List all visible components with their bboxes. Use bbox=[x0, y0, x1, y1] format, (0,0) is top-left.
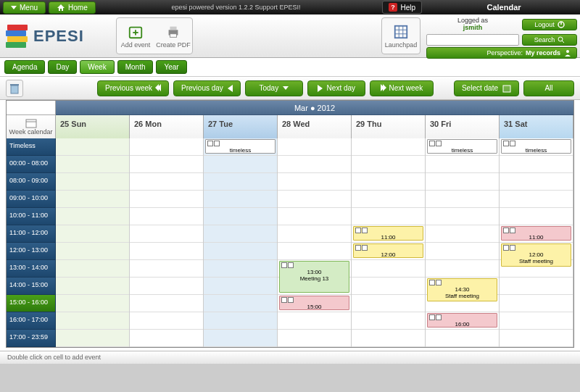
help-button[interactable]: ? Help bbox=[382, 1, 422, 14]
cal-cell[interactable] bbox=[500, 191, 573, 208]
event-read-report[interactable]: timeless Read report bbox=[205, 139, 276, 154]
cal-cell[interactable] bbox=[204, 312, 277, 330]
tab-month[interactable]: Month bbox=[117, 60, 154, 74]
cal-cell[interactable] bbox=[278, 173, 351, 191]
cal-cell[interactable] bbox=[56, 225, 129, 243]
cal-cell[interactable] bbox=[426, 225, 499, 243]
cal-cell[interactable] bbox=[278, 243, 351, 260]
day-header-sun[interactable]: 25 Sun bbox=[56, 115, 130, 138]
event-meeting-13[interactable]: 13:00 Meeting 13 bbox=[279, 261, 349, 293]
cal-cell[interactable] bbox=[204, 330, 277, 347]
cal-cell[interactable] bbox=[204, 278, 277, 295]
cal-cell[interactable] bbox=[352, 208, 425, 225]
cal-cell[interactable] bbox=[204, 156, 277, 173]
cal-cell[interactable] bbox=[56, 243, 129, 260]
cal-cell[interactable] bbox=[500, 295, 573, 312]
cal-cell[interactable] bbox=[500, 312, 573, 330]
cal-cell[interactable] bbox=[278, 156, 351, 173]
cal-cell[interactable] bbox=[130, 225, 203, 243]
cal-cell[interactable] bbox=[426, 208, 499, 225]
cal-cell[interactable] bbox=[426, 156, 499, 173]
select-date-button[interactable]: Select date bbox=[454, 80, 519, 96]
menu-button[interactable]: Menu bbox=[3, 1, 46, 14]
all-button[interactable]: All bbox=[523, 80, 574, 96]
cal-cell[interactable] bbox=[204, 225, 277, 243]
cal-cell[interactable] bbox=[278, 191, 351, 208]
event-changed-plan[interactable]: 12:00 Changed plan bbox=[353, 243, 423, 258]
cal-cell[interactable] bbox=[204, 191, 277, 208]
cal-cell[interactable] bbox=[352, 312, 425, 330]
cal-cell[interactable] bbox=[130, 278, 203, 295]
prev-day-button[interactable]: Previous day bbox=[173, 80, 241, 96]
cal-cell[interactable] bbox=[56, 312, 129, 330]
cal-cell[interactable] bbox=[426, 243, 499, 260]
cal-cell[interactable] bbox=[500, 156, 573, 173]
cal-cell[interactable] bbox=[130, 260, 203, 278]
cal-cell[interactable] bbox=[352, 260, 425, 278]
event-meeting-16[interactable]: 16:00 Meeting 16 bbox=[427, 313, 497, 328]
cal-cell[interactable] bbox=[130, 330, 203, 347]
cal-cell[interactable] bbox=[500, 173, 573, 191]
cal-cell[interactable] bbox=[500, 278, 573, 295]
username[interactable]: jsmith bbox=[463, 24, 483, 31]
event-staff-12[interactable]: 12:00 Staff meeting bbox=[501, 243, 571, 267]
cal-cell[interactable] bbox=[56, 330, 129, 347]
tab-agenda[interactable]: Agenda bbox=[4, 60, 45, 74]
cal-cell[interactable] bbox=[278, 208, 351, 225]
tab-week[interactable]: Week bbox=[80, 60, 114, 74]
logout-button[interactable]: Logout bbox=[522, 19, 577, 30]
cal-cell[interactable] bbox=[130, 295, 203, 312]
perspective-button[interactable]: Perspective: My records bbox=[426, 47, 577, 59]
cal-cell[interactable] bbox=[56, 173, 129, 191]
search-input[interactable] bbox=[426, 34, 519, 46]
cal-cell[interactable] bbox=[278, 138, 351, 156]
cal-cell[interactable] bbox=[130, 312, 203, 330]
cal-cell[interactable] bbox=[352, 191, 425, 208]
cal-cell[interactable] bbox=[204, 243, 277, 260]
cal-cell[interactable] bbox=[130, 191, 203, 208]
cal-cell[interactable] bbox=[500, 330, 573, 347]
cal-cell[interactable] bbox=[352, 278, 425, 295]
home-button[interactable]: Home bbox=[49, 1, 96, 14]
tab-day[interactable]: Day bbox=[48, 60, 77, 74]
cal-cell[interactable] bbox=[56, 260, 129, 278]
cal-cell[interactable] bbox=[426, 191, 499, 208]
cal-cell[interactable] bbox=[278, 312, 351, 330]
cal-cell[interactable] bbox=[278, 225, 351, 243]
cal-cell[interactable] bbox=[426, 330, 499, 347]
cal-cell[interactable] bbox=[352, 173, 425, 191]
cal-cell[interactable] bbox=[56, 278, 129, 295]
day-header-mon[interactable]: 26 Mon bbox=[130, 115, 204, 138]
next-week-button[interactable]: Next week bbox=[370, 80, 434, 96]
event-read-emails[interactable]: timeless Read e-mails bbox=[427, 139, 497, 154]
launchpad-button[interactable]: Launchpad bbox=[382, 18, 420, 54]
cal-cell[interactable] bbox=[500, 208, 573, 225]
cal-cell[interactable] bbox=[278, 330, 351, 347]
cal-cell[interactable] bbox=[130, 173, 203, 191]
cal-cell[interactable] bbox=[204, 173, 277, 191]
tab-year[interactable]: Year bbox=[156, 60, 186, 74]
event-staff-11[interactable]: 11:00 Staff meeting bbox=[501, 226, 571, 241]
cal-cell[interactable] bbox=[130, 208, 203, 225]
cal-cell[interactable] bbox=[352, 138, 425, 156]
cal-cell[interactable] bbox=[56, 208, 129, 225]
cal-cell[interactable] bbox=[56, 295, 129, 312]
cal-cell[interactable] bbox=[56, 191, 129, 208]
cal-cell[interactable] bbox=[204, 295, 277, 312]
cal-cell[interactable] bbox=[352, 156, 425, 173]
cal-cell[interactable] bbox=[352, 295, 425, 312]
day-header-wed[interactable]: 28 Wed bbox=[278, 115, 352, 138]
today-button[interactable]: Today bbox=[245, 80, 303, 96]
next-day-button[interactable]: Next day bbox=[307, 80, 365, 96]
cal-cell[interactable] bbox=[426, 173, 499, 191]
day-header-thu[interactable]: 29 Thu bbox=[352, 115, 426, 138]
cal-cell[interactable] bbox=[130, 243, 203, 260]
cal-cell[interactable] bbox=[204, 208, 277, 225]
trash-button[interactable] bbox=[6, 80, 23, 97]
cal-cell[interactable] bbox=[130, 138, 203, 156]
add-event-button[interactable]: Add event bbox=[117, 18, 154, 54]
cal-cell[interactable] bbox=[204, 260, 277, 278]
cal-cell[interactable] bbox=[426, 260, 499, 278]
create-pdf-button[interactable]: Create PDF bbox=[154, 18, 192, 54]
cal-cell[interactable] bbox=[130, 156, 203, 173]
